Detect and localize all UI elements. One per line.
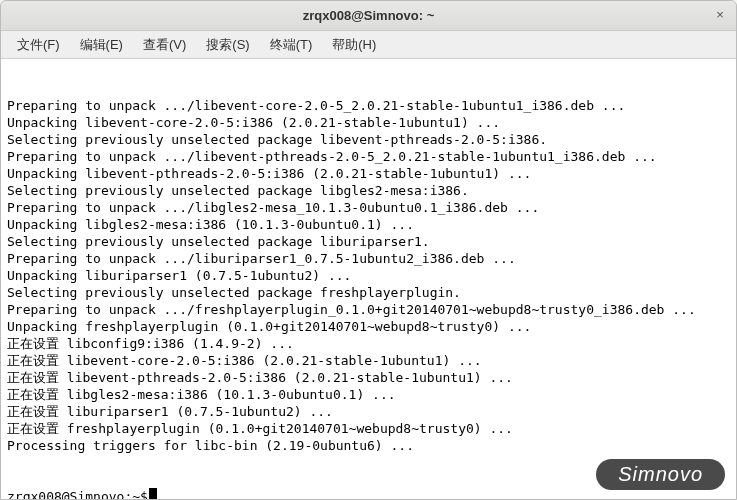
- terminal-line: 正在设置 libevent-core-2.0-5:i386 (2.0.21-st…: [7, 352, 730, 369]
- terminal-line: Unpacking libevent-pthreads-2.0-5:i386 (…: [7, 165, 730, 182]
- terminal-line: Selecting previously unselected package …: [7, 284, 730, 301]
- terminal-line: Unpacking libevent-core-2.0-5:i386 (2.0.…: [7, 114, 730, 131]
- menu-search[interactable]: 搜索(S): [196, 32, 259, 58]
- terminal-line: Preparing to unpack .../liburiparser1_0.…: [7, 250, 730, 267]
- window-title: zrqx008@Simnovo: ~: [303, 8, 435, 23]
- terminal-window: zrqx008@Simnovo: ~ × 文件(F) 编辑(E) 查看(V) 搜…: [0, 0, 737, 500]
- titlebar: zrqx008@Simnovo: ~ ×: [1, 1, 736, 31]
- terminal-line: Preparing to unpack .../libgles2-mesa_10…: [7, 199, 730, 216]
- menu-terminal[interactable]: 终端(T): [260, 32, 323, 58]
- terminal-line: 正在设置 libconfig9:i386 (1.4.9-2) ...: [7, 335, 730, 352]
- terminal-line: Selecting previously unselected package …: [7, 182, 730, 199]
- menu-help[interactable]: 帮助(H): [322, 32, 386, 58]
- terminal-line: Preparing to unpack .../libevent-pthread…: [7, 148, 730, 165]
- menu-view[interactable]: 查看(V): [133, 32, 196, 58]
- terminal-output[interactable]: Preparing to unpack .../libevent-core-2.…: [1, 59, 736, 499]
- terminal-line: Processing triggers for libc-bin (2.19-0…: [7, 437, 730, 454]
- cursor-icon: [149, 488, 157, 499]
- menu-edit[interactable]: 编辑(E): [70, 32, 133, 58]
- shell-prompt: zrqx008@Simnovo:~$: [7, 488, 148, 499]
- terminal-line: Unpacking freshplayerplugin (0.1.0+git20…: [7, 318, 730, 335]
- terminal-line: Preparing to unpack .../freshplayerplugi…: [7, 301, 730, 318]
- close-icon[interactable]: ×: [712, 8, 728, 24]
- terminal-line: Preparing to unpack .../libevent-core-2.…: [7, 97, 730, 114]
- terminal-line: 正在设置 libevent-pthreads-2.0-5:i386 (2.0.2…: [7, 369, 730, 386]
- terminal-line: 正在设置 freshplayerplugin (0.1.0+git2014070…: [7, 420, 730, 437]
- terminal-line: Unpacking libgles2-mesa:i386 (10.1.3-0ub…: [7, 216, 730, 233]
- menubar: 文件(F) 编辑(E) 查看(V) 搜索(S) 终端(T) 帮助(H): [1, 31, 736, 59]
- terminal-line: Selecting previously unselected package …: [7, 131, 730, 148]
- menu-file[interactable]: 文件(F): [7, 32, 70, 58]
- terminal-line: 正在设置 libgles2-mesa:i386 (10.1.3-0ubuntu0…: [7, 386, 730, 403]
- watermark-badge: Simnovo: [596, 459, 725, 490]
- terminal-line: Unpacking liburiparser1 (0.7.5-1ubuntu2)…: [7, 267, 730, 284]
- terminal-line: 正在设置 liburiparser1 (0.7.5-1ubuntu2) ...: [7, 403, 730, 420]
- terminal-line: Selecting previously unselected package …: [7, 233, 730, 250]
